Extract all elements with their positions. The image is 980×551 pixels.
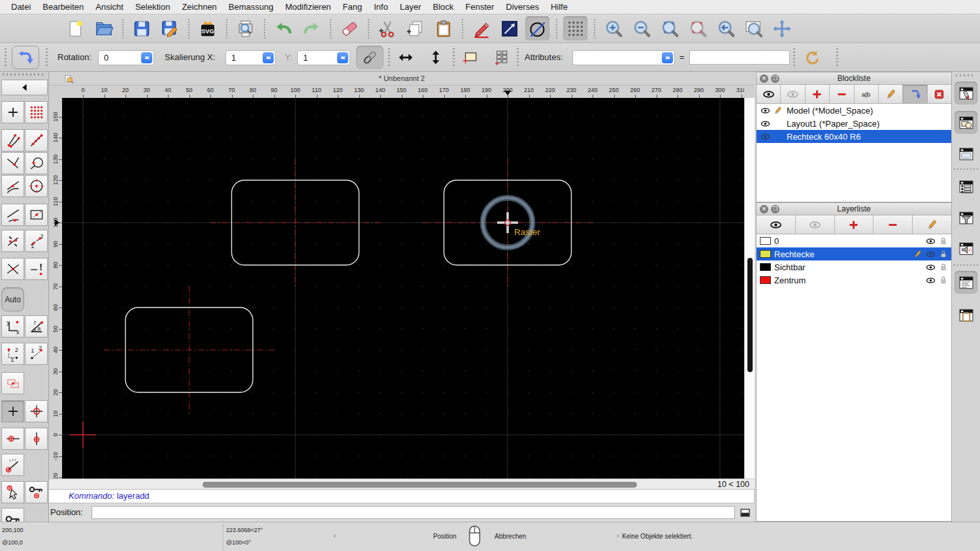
insert-block-button[interactable] (903, 85, 927, 103)
snap-grid-button[interactable] (25, 101, 48, 123)
menu-fenster[interactable]: Fenster (459, 0, 500, 14)
lock-icon[interactable] (939, 249, 948, 259)
flip-button[interactable] (12, 46, 39, 69)
toolbar-drag-handle[interactable] (5, 48, 7, 67)
rename-block-button[interactable]: a|b (855, 85, 879, 103)
draw-pen-button[interactable] (469, 16, 493, 40)
select-rel-zero-button[interactable] (1, 481, 24, 503)
snap-free-button[interactable] (1, 101, 24, 123)
lock-icon[interactable] (939, 276, 948, 285)
snap-intersection-manual-button[interactable]: ! (25, 258, 48, 280)
visibility-eye-icon[interactable] (760, 106, 771, 116)
new-file-button[interactable] (63, 16, 88, 40)
clipboard-panel-toggle-button[interactable] (955, 304, 977, 326)
hide-all-layers-button[interactable] (796, 215, 835, 234)
circle-tool-button[interactable] (525, 16, 549, 40)
lock-icon[interactable] (939, 236, 948, 245)
restrict-horizontal-button[interactable] (1, 428, 24, 450)
show-all-layers-button[interactable] (757, 215, 796, 234)
zoom-window-button[interactable] (742, 16, 766, 40)
remove-block-button[interactable] (830, 85, 854, 103)
edit-pencil-icon[interactable] (772, 106, 783, 116)
menu-zeichnen[interactable]: Zeichnen (176, 0, 222, 14)
snap-reference-button[interactable] (25, 152, 48, 174)
zoom-redraw-button[interactable] (685, 16, 710, 40)
revert-attributes-button[interactable] (798, 46, 825, 69)
zoom-pan-button[interactable] (770, 16, 794, 40)
remove-layer-button[interactable] (874, 215, 913, 234)
visibility-eye-icon[interactable] (760, 119, 771, 129)
menu-bemassung[interactable]: Bemassung (223, 0, 280, 14)
scale-x-combo[interactable]: 1 (225, 50, 276, 65)
menu-datei[interactable]: Datei (5, 0, 37, 14)
menu-block[interactable]: Block (427, 0, 459, 14)
undo-button[interactable] (271, 16, 295, 40)
svg-export-button[interactable]: SVG (195, 16, 220, 40)
toggle-command-widget-button[interactable] (738, 507, 751, 518)
insert-single-button[interactable] (457, 46, 484, 69)
undock-icon[interactable]: ❐ (771, 205, 779, 213)
layer-row[interactable]: Sichtbar (757, 260, 951, 274)
rotation-combo[interactable]: 0 (98, 50, 154, 65)
lock-rel-zero-button[interactable] (25, 481, 48, 503)
menu-info[interactable]: Info (368, 0, 394, 14)
library-panel-toggle-button[interactable] (955, 142, 977, 165)
close-icon[interactable]: ✕ (760, 74, 768, 83)
notify-panel-toggle-button[interactable] (955, 237, 977, 260)
save-button[interactable] (129, 16, 154, 40)
rel-polar-button[interactable]: 12 (25, 343, 48, 365)
line-tool-button[interactable] (497, 16, 521, 40)
snap-middle-button[interactable] (25, 204, 48, 226)
zoom-auto-button[interactable] (657, 16, 681, 40)
command-panel-toggle-button[interactable] (955, 271, 977, 294)
zoom-in-button[interactable] (601, 16, 625, 40)
link-scales-button[interactable] (356, 46, 384, 69)
show-all-blocks-button[interactable] (757, 85, 781, 103)
edit-pencil-icon[interactable] (913, 249, 923, 259)
close-icon[interactable]: ✕ (760, 205, 768, 213)
add-block-button[interactable] (806, 85, 830, 103)
flip-vertical-button[interactable] (423, 46, 449, 69)
layer-color-swatch[interactable] (760, 250, 771, 258)
dock-drag-handle[interactable] (956, 74, 975, 76)
toolbar-drag-handle[interactable] (46, 48, 48, 67)
zoom-out-button[interactable] (629, 16, 653, 40)
visibility-eye-icon[interactable] (760, 132, 771, 142)
stepper-icon[interactable] (141, 52, 152, 63)
vertical-scrollbar[interactable] (744, 98, 755, 479)
undock-icon[interactable]: ❐ (771, 74, 779, 83)
snap-perpendicular-button[interactable] (1, 152, 24, 174)
snap-on-entity-button[interactable] (25, 129, 48, 151)
edit-block-button[interactable] (879, 85, 903, 103)
snap-selection-button[interactable] (1, 372, 24, 394)
block-row[interactable]: Layout1 (*Paper_Space) (757, 117, 951, 130)
snap-dist1-button[interactable] (1, 230, 24, 252)
attribute-value-input[interactable] (689, 50, 790, 65)
zoom-previous-button[interactable] (713, 16, 738, 40)
copy-button[interactable] (403, 16, 427, 40)
filter-panel-toggle-button[interactable] (955, 206, 977, 229)
horizontal-scrollbar-thumb[interactable] (203, 482, 637, 488)
layer-row[interactable]: Rechtecke (757, 247, 951, 260)
stepper-icon[interactable] (263, 52, 274, 63)
save-as-button[interactable] (157, 16, 182, 40)
delete-block-button[interactable] (928, 85, 951, 103)
snap-auto-button[interactable]: Auto (1, 287, 24, 311)
paste-button[interactable] (431, 16, 455, 40)
drawing-canvas[interactable]: Raster (62, 98, 744, 479)
layer-row[interactable]: 0 (757, 234, 951, 247)
menu-hilfe[interactable]: Hilfe (545, 0, 574, 14)
menu-diverses[interactable]: Diverses (500, 0, 545, 14)
scale-y-combo[interactable]: 1 (297, 50, 350, 65)
layer-color-swatch[interactable] (760, 276, 771, 284)
snap-dist2-button[interactable]: 12 (25, 230, 48, 252)
menu-layer[interactable]: Layer (394, 0, 427, 14)
edit-layer-button[interactable] (913, 215, 951, 234)
menu-bearbeiten[interactable]: Bearbeiten (37, 0, 90, 14)
restrict-vertical-button[interactable] (25, 428, 48, 450)
menu-selektion[interactable]: Selektion (129, 0, 176, 14)
snap-intersection-button[interactable] (1, 258, 24, 280)
stepper-icon[interactable] (662, 52, 673, 63)
snap-tangent-button[interactable] (1, 175, 24, 197)
layer-row[interactable]: Zentrum (757, 274, 951, 287)
